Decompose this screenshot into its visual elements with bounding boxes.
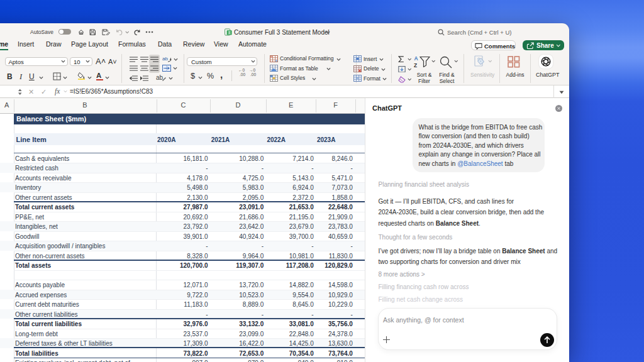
svg-text:←0: ←0 — [238, 68, 245, 72]
svg-text:→0: →0 — [249, 68, 256, 72]
svg-text:.00: .00 — [240, 72, 245, 77]
svg-text:ab: ab — [156, 74, 164, 81]
svg-text:ab: ab — [162, 56, 168, 62]
svg-text:.00: .00 — [250, 72, 256, 77]
